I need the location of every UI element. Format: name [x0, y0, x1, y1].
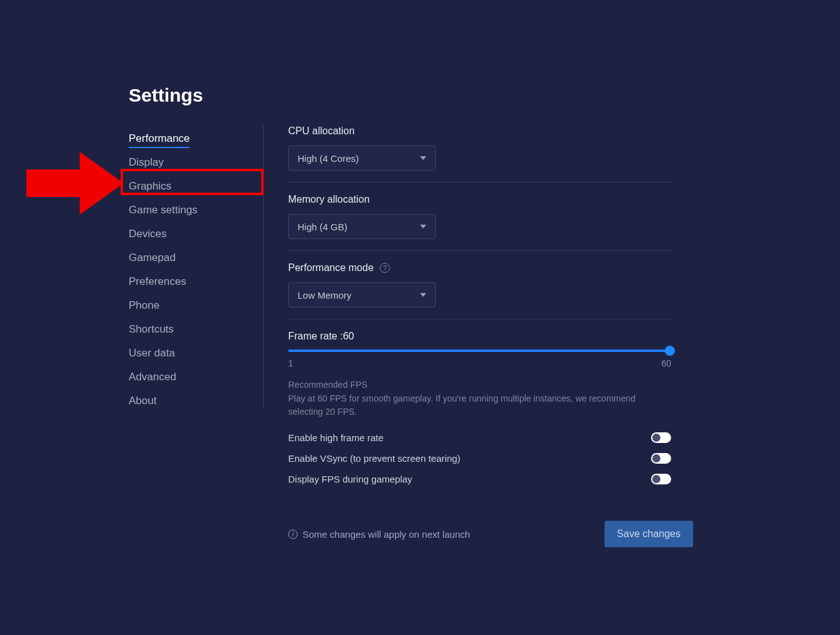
- chevron-down-icon: [420, 293, 426, 297]
- sidebar-item-label: Graphics: [129, 180, 171, 192]
- sidebar-item-preferences[interactable]: Preferences: [129, 270, 267, 293]
- performance-mode-value: Low Memory: [298, 290, 352, 301]
- info-icon: [288, 530, 298, 539]
- high-frame-rate-label: Enable high frame rate: [288, 432, 384, 443]
- sidebar-item-advanced[interactable]: Advanced: [129, 366, 267, 388]
- frame-rate-max: 60: [661, 358, 671, 368]
- sidebar-item-shortcuts[interactable]: Shortcuts: [129, 318, 267, 341]
- frame-rate-value: 60: [343, 331, 354, 342]
- frame-rate-label-prefix: Frame rate :: [288, 331, 343, 342]
- performance-mode-label: Performance mode ?: [288, 262, 671, 274]
- frame-rate-scale: 1 60: [288, 358, 671, 368]
- sidebar-item-user-data[interactable]: User data: [129, 342, 267, 365]
- settings-sidebar: Performance Display Graphics Game settin…: [129, 127, 267, 414]
- sidebar-item-label: Performance: [129, 132, 190, 148]
- memory-allocation-select[interactable]: High (4 GB): [288, 214, 436, 239]
- sidebar-item-display[interactable]: Display: [129, 151, 267, 174]
- toggle-knob: [652, 475, 660, 483]
- save-changes-button[interactable]: Save changes: [605, 521, 693, 547]
- chevron-down-icon: [420, 156, 426, 160]
- settings-main: CPU allocation High (4 Cores) Memory all…: [288, 125, 671, 489]
- sidebar-item-label: Advanced: [129, 371, 176, 383]
- sidebar-item-about[interactable]: About: [129, 390, 267, 412]
- sidebar-item-graphics[interactable]: Graphics: [129, 175, 267, 198]
- performance-mode-select[interactable]: Low Memory: [288, 282, 436, 307]
- frame-rate-min: 1: [288, 358, 293, 368]
- toggle-knob: [652, 454, 660, 462]
- high-frame-rate-toggle[interactable]: [651, 432, 671, 443]
- vsync-toggle[interactable]: [651, 453, 671, 464]
- frame-rate-slider[interactable]: [288, 350, 671, 352]
- cpu-allocation-value: High (4 Cores): [298, 153, 359, 164]
- svg-marker-0: [26, 152, 124, 215]
- frame-rate-section: Frame rate : 60 1 60 Recommended FPS Pla…: [288, 331, 671, 489]
- memory-allocation-value: High (4 GB): [298, 221, 347, 232]
- frame-rate-label: Frame rate : 60: [288, 331, 671, 342]
- footer-note-text: Some changes will apply on next launch: [303, 529, 470, 540]
- toggle-knob: [652, 434, 660, 442]
- sidebar-item-game-settings[interactable]: Game settings: [129, 199, 267, 221]
- cpu-allocation-section: CPU allocation High (4 Cores): [288, 125, 671, 183]
- sidebar-item-label: About: [129, 395, 156, 407]
- toggle-row-display-fps: Display FPS during gameplay: [288, 469, 671, 489]
- sidebar-item-label: Preferences: [129, 275, 186, 287]
- vertical-divider: [263, 125, 264, 408]
- display-fps-toggle[interactable]: [651, 474, 671, 484]
- toggle-row-high-frame: Enable high frame rate: [288, 427, 671, 448]
- slider-thumb[interactable]: [665, 346, 675, 356]
- footer-note: Some changes will apply on next launch: [288, 529, 470, 540]
- sidebar-item-label: Shortcuts: [129, 323, 174, 335]
- sidebar-item-label: Gamepad: [129, 252, 176, 264]
- sidebar-item-label: Devices: [129, 228, 166, 240]
- performance-mode-label-text: Performance mode: [288, 262, 374, 274]
- sidebar-item-label: Game settings: [129, 204, 198, 216]
- recommended-fps-title: Recommended FPS: [288, 380, 671, 390]
- performance-mode-section: Performance mode ? Low Memory: [288, 262, 671, 319]
- sidebar-item-label: Phone: [129, 299, 159, 311]
- recommended-fps-text: Play at 60 FPS for smooth gameplay. If y…: [288, 392, 671, 419]
- sidebar-item-performance[interactable]: Performance: [129, 127, 267, 150]
- cpu-allocation-select[interactable]: High (4 Cores): [288, 146, 436, 171]
- sidebar-item-phone[interactable]: Phone: [129, 294, 267, 317]
- cpu-allocation-label: CPU allocation: [288, 125, 671, 137]
- memory-allocation-section: Memory allocation High (4 GB): [288, 194, 671, 251]
- help-icon[interactable]: ?: [380, 263, 390, 273]
- display-fps-label: Display FPS during gameplay: [288, 474, 412, 484]
- vsync-label: Enable VSync (to prevent screen tearing): [288, 453, 460, 464]
- toggle-row-vsync: Enable VSync (to prevent screen tearing): [288, 448, 671, 469]
- chevron-down-icon: [420, 225, 426, 228]
- sidebar-item-label: Display: [129, 156, 164, 168]
- sidebar-item-gamepad[interactable]: Gamepad: [129, 247, 267, 269]
- page-title: Settings: [129, 85, 203, 106]
- sidebar-item-devices[interactable]: Devices: [129, 223, 267, 245]
- sidebar-item-label: User data: [129, 347, 175, 359]
- footer: Some changes will apply on next launch S…: [288, 521, 693, 547]
- annotation-arrow-icon: [20, 146, 127, 221]
- memory-allocation-label: Memory allocation: [288, 194, 671, 205]
